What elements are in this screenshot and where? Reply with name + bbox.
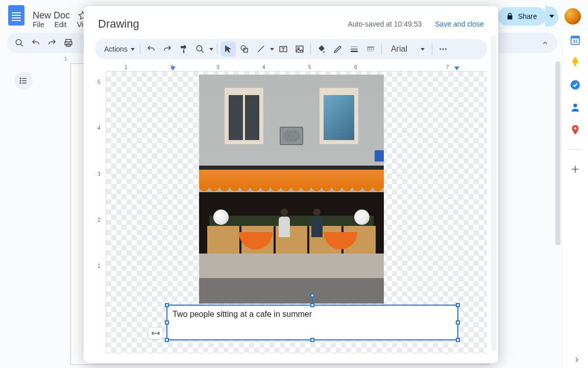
resize-handle-br[interactable] <box>456 338 460 342</box>
collapse-toolbar-icon[interactable] <box>538 36 552 50</box>
show-outline-button[interactable] <box>14 72 33 90</box>
fill-color-button[interactable] <box>314 41 329 57</box>
redo-button[interactable] <box>160 41 175 57</box>
list-icon <box>19 76 28 85</box>
ruler-h-tick: 6 <box>354 64 357 70</box>
textbox-tool-button[interactable] <box>276 41 291 57</box>
select-tool-button[interactable] <box>220 41 236 57</box>
textbox-content[interactable]: Two people sitting at a cafe in summer <box>173 310 312 319</box>
image-tool-button[interactable] <box>292 41 307 57</box>
horizontal-ruler[interactable]: 1 2 3 4 5 6 7 <box>106 63 487 72</box>
caret-down-icon <box>131 48 135 51</box>
image-content <box>280 127 303 145</box>
resize-handle-r[interactable] <box>456 320 460 325</box>
search-menus-icon[interactable] <box>12 36 27 50</box>
border-dash-button[interactable] <box>363 41 378 57</box>
page-scrollbar[interactable] <box>555 61 560 363</box>
contacts-icon[interactable] <box>569 101 581 113</box>
ruler-v-tick: 2 <box>97 217 101 223</box>
save-and-close-button[interactable]: Save and close <box>435 20 484 28</box>
ruler-h-tick: 4 <box>262 64 265 70</box>
font-name-label: Arial <box>391 44 407 54</box>
zoom-dropdown[interactable] <box>209 48 214 51</box>
autosave-status: Auto-saved at 10:49:53 <box>348 20 422 28</box>
image-content <box>213 210 229 225</box>
side-panel-divider <box>569 149 581 150</box>
ruler-v-tick: 3 <box>97 171 101 177</box>
maps-icon[interactable] <box>569 124 581 136</box>
redo-icon[interactable] <box>45 36 59 50</box>
drawing-modal-header: Drawing Auto-saved at 10:49:53 Save and … <box>84 6 498 37</box>
account-avatar[interactable] <box>565 8 581 25</box>
menu-file[interactable]: File <box>29 18 48 31</box>
tasks-icon[interactable] <box>569 79 581 91</box>
undo-button[interactable] <box>143 41 159 57</box>
ruler-h-tick: 3 <box>216 64 219 70</box>
image-content <box>375 150 384 162</box>
resize-handle-l[interactable] <box>165 320 169 325</box>
add-addon-icon[interactable] <box>569 163 581 175</box>
vertical-ruler[interactable]: 1 2 3 4 5 <box>95 72 106 354</box>
border-weight-button[interactable] <box>347 41 362 57</box>
ruler-indent-marker-right[interactable] <box>454 66 459 71</box>
shape-tool-button[interactable] <box>237 41 252 57</box>
svg-text:31: 31 <box>572 39 577 44</box>
svg-point-16 <box>574 127 576 130</box>
svg-point-4 <box>20 78 21 79</box>
actions-menu-button[interactable]: Actions <box>99 41 137 57</box>
ruler-h-tick: 1 <box>125 64 128 70</box>
image-content <box>320 88 358 144</box>
undo-icon[interactable] <box>29 36 43 50</box>
docs-logo-icon[interactable] <box>8 5 24 26</box>
line-tool-button[interactable] <box>253 41 268 57</box>
svg-point-0 <box>16 39 21 45</box>
svg-rect-13 <box>574 63 576 66</box>
font-family-selector[interactable]: Arial <box>385 41 429 57</box>
caret-down-icon <box>549 15 554 18</box>
paint-format-button[interactable] <box>176 41 191 57</box>
line-dropdown[interactable] <box>270 48 275 51</box>
image-content <box>199 278 384 304</box>
share-label: Share <box>518 12 537 20</box>
share-button[interactable]: Share <box>498 7 546 26</box>
ruler-v-tick: 1 <box>97 263 101 269</box>
calendar-icon[interactable]: 31 <box>569 34 581 46</box>
resize-handle-t[interactable] <box>310 303 314 307</box>
rotation-handle[interactable] <box>310 293 314 297</box>
keep-icon[interactable] <box>569 56 581 68</box>
svg-rect-9 <box>22 83 27 84</box>
resize-handle-tl[interactable] <box>165 303 169 307</box>
svg-point-6 <box>20 80 21 82</box>
page-scrollbar-thumb[interactable] <box>555 61 560 245</box>
floating-action-chip[interactable] <box>148 327 163 339</box>
ruler-indent-marker-left[interactable] <box>170 66 176 71</box>
image-content <box>199 166 384 170</box>
resize-handle-tr[interactable] <box>456 303 460 307</box>
selected-textbox[interactable]: Two people sitting at a cafe in summer <box>166 305 458 340</box>
actions-label: Actions <box>101 45 131 53</box>
drawing-toolbar: Actions Arial <box>95 39 487 59</box>
ruler-h-tick: 5 <box>308 64 311 70</box>
ruler-h-tick: 7 <box>446 64 449 70</box>
border-color-button[interactable] <box>330 41 346 57</box>
resize-handle-bl[interactable] <box>165 338 169 342</box>
drawing-canvas[interactable]: Two people sitting at a cafe in summer <box>106 72 487 354</box>
hide-side-panel-icon[interactable] <box>573 356 581 364</box>
svg-rect-21 <box>296 46 303 52</box>
toolbar-separator <box>140 43 140 55</box>
print-icon[interactable] <box>61 36 76 50</box>
rotation-connector <box>312 296 313 304</box>
svg-point-15 <box>573 104 577 107</box>
share-dropdown-button[interactable] <box>545 6 558 27</box>
resize-handle-b[interactable] <box>310 338 314 342</box>
zoom-button[interactable] <box>192 41 208 57</box>
svg-rect-5 <box>22 78 27 79</box>
drawing-canvas-wrap: 1 2 3 4 5 6 7 1 2 3 4 5 <box>95 63 487 354</box>
more-options-button[interactable] <box>435 41 451 57</box>
inserted-image[interactable] <box>199 75 384 304</box>
svg-point-25 <box>445 49 447 50</box>
menu-edit[interactable]: Edit <box>51 18 71 31</box>
modal-scrollbar-track[interactable] <box>491 35 496 352</box>
lock-icon <box>506 12 514 20</box>
ruler-v-tick: 4 <box>97 125 101 131</box>
